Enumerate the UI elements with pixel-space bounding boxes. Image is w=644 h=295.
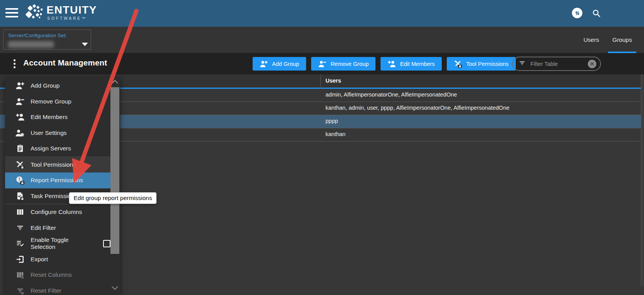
scroll-up-icon[interactable] (111, 79, 119, 86)
page-title: Account Management (23, 58, 107, 67)
filter-table-input[interactable] (530, 60, 588, 67)
scroll-down-icon[interactable] (111, 285, 119, 293)
logo-diamond (38, 16, 41, 19)
person-add-icon (260, 60, 268, 68)
toggle-selection-icon (15, 239, 25, 248)
menu-item-label: Report Permissions (31, 177, 83, 184)
secondary-bar: Server/Configuration Set: UsersGroups (0, 27, 644, 53)
menu-item-label: Edit Members (31, 114, 68, 121)
member-add-icon (387, 60, 396, 68)
brand-subtitle: SOFTWARE™ (46, 16, 97, 21)
menu-item-remove-group[interactable]: Remove Group (5, 94, 110, 110)
edit-filter-icon (15, 223, 25, 233)
reset-columns-icon (15, 270, 25, 279)
logo-diamond (36, 13, 40, 17)
users-cell: kanthan, admin, user, pppp, AlfieImperso… (325, 105, 510, 111)
button-label: Add Group (272, 61, 299, 67)
add-group-button[interactable]: Add Group (253, 57, 306, 71)
logo-diamond (36, 6, 40, 9)
entuity-logo-icon (26, 4, 44, 23)
remove-group-button[interactable]: Remove Group (311, 57, 375, 71)
menu-scrollbar-thumb[interactable] (110, 87, 119, 254)
tool-permissions-icon (454, 60, 462, 68)
menu-item-enable-toggle-selection[interactable]: Enable Toggle Selection (5, 236, 110, 252)
brand-name: ENTUITY (46, 5, 97, 16)
kebab-menu-icon[interactable] (12, 59, 17, 69)
logo-diamond (40, 8, 43, 11)
menu-item-label: Configure Columns (31, 209, 82, 216)
menu-item-label: Tool Permissions (31, 161, 76, 168)
menu-item-label: Enable Toggle Selection (31, 236, 94, 250)
person-remove-icon (15, 97, 25, 106)
clear-filter-icon[interactable]: ✕ (588, 60, 596, 68)
data-transfer-icon[interactable] (572, 8, 582, 18)
logo-diamond (32, 16, 35, 19)
menu-item-reset-filter: Reset Filter (5, 283, 110, 295)
server-configuration-label: Server/Configuration Set: (8, 33, 67, 38)
tab-label: Groups (612, 36, 632, 43)
edit-members-button[interactable]: Edit Members (381, 57, 441, 71)
menu-item-label: Assign Servers (31, 145, 71, 152)
users-cell: pppp (325, 118, 338, 124)
configure-columns-icon (15, 207, 25, 217)
menu-item-user-settings[interactable]: User Settings (5, 125, 110, 141)
menu-item-export[interactable]: Export (5, 252, 110, 267)
report-permissions-icon (15, 176, 25, 185)
toolbar-buttons: Add GroupRemove GroupEdit Members Tool P… (253, 57, 516, 71)
reset-filter-icon (15, 286, 25, 295)
menu-item-label: Reset Columns (31, 271, 72, 278)
assign-servers-icon (15, 144, 25, 153)
users-cell: admin, AlfieImpersonatorOne, AlfieImpers… (325, 91, 457, 98)
users-cell: kanthan (325, 131, 346, 137)
users-column-header: Users (325, 78, 341, 84)
menu-item-label: Reset Filter (31, 287, 61, 294)
tab-users[interactable]: Users (577, 27, 606, 53)
logo-diamond (33, 4, 36, 8)
logo-diamond (37, 10, 40, 12)
chevron-down-icon[interactable] (82, 43, 88, 46)
top-app-bar: ENTUITY SOFTWARE™ (0, 0, 644, 27)
menu-item-reset-columns: Reset Columns (5, 267, 110, 283)
logo-diamond (40, 13, 42, 16)
menu-item-assign-servers[interactable]: Assign Servers (5, 141, 110, 157)
filter-icon (518, 59, 526, 69)
button-label: Tool Permissions (466, 61, 509, 67)
menu-item-label: Remove Group (31, 98, 71, 105)
server-configuration-dropdown[interactable]: Server/Configuration Set: (3, 29, 91, 50)
person-add-icon (15, 81, 25, 90)
member-add-icon (15, 112, 25, 122)
menu-item-configure-columns[interactable]: Configure Columns (5, 204, 110, 220)
menu-item-label: Edit Filter (31, 224, 56, 231)
button-label: Edit Members (400, 61, 434, 67)
toggle-selection-checkbox[interactable] (103, 240, 110, 247)
tooltip: Edit group report permissions (69, 192, 157, 204)
server-configuration-value-redacted (8, 41, 54, 48)
menu-item-label: Export (31, 256, 48, 263)
menu-item-edit-members[interactable]: Edit Members (5, 109, 110, 125)
button-label: Remove Group (331, 61, 368, 67)
tab-bar: UsersGroups (577, 27, 639, 53)
person-remove-icon (318, 60, 327, 68)
logo-diamond (33, 9, 36, 12)
search-icon[interactable] (591, 8, 601, 18)
menu-item-label: User Settings (31, 129, 67, 136)
menu-item-tool-permissions[interactable]: Tool Permissions (5, 157, 110, 173)
menu-item-report-permissions[interactable]: Report Permissions (5, 173, 110, 188)
filter-table-field[interactable]: ✕ (512, 57, 601, 71)
brand-wordmark: ENTUITY SOFTWARE™ (46, 5, 97, 21)
menu-item-add-group[interactable]: Add Group (5, 78, 110, 94)
menu-scrollbar[interactable] (110, 78, 119, 295)
tab-groups[interactable]: Groups (606, 27, 639, 53)
account-management-context-menu: Add GroupRemove GroupEdit Members User S… (5, 78, 120, 295)
hamburger-menu-icon[interactable] (5, 8, 18, 18)
user-settings-icon (15, 128, 25, 138)
tool-permissions-button[interactable]: Tool Permissions (447, 57, 516, 71)
menu-item-edit-filter[interactable]: Edit Filter (5, 220, 110, 236)
account-management-toolbar: Account Management Add GroupRemove Group… (0, 53, 644, 74)
tool-permissions-icon (15, 160, 25, 169)
tab-label: Users (584, 36, 599, 43)
logo-diamond (25, 11, 32, 18)
menu-item-label: Add Group (31, 82, 60, 89)
table-scrollbar[interactable] (641, 74, 644, 286)
logo-diamond (28, 5, 33, 11)
